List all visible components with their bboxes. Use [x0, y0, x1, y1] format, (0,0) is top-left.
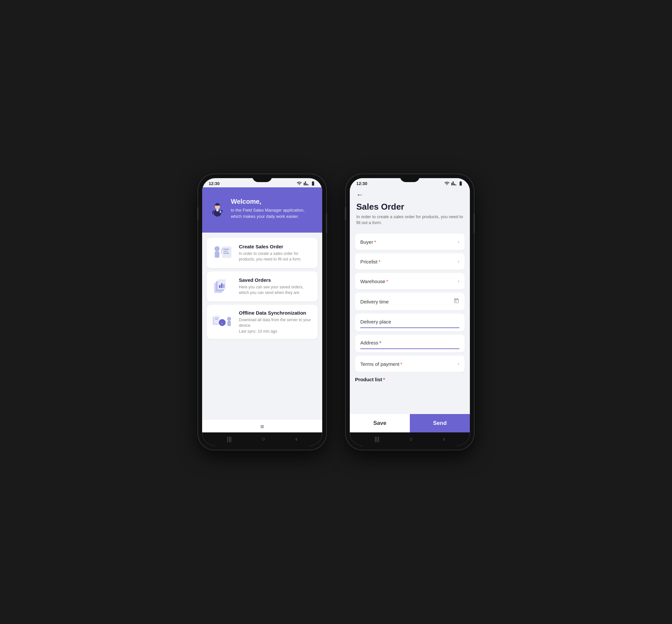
phones-container: 12:30 [198, 174, 474, 450]
signal-icon-2 [451, 181, 457, 186]
back-button[interactable]: ← [356, 191, 463, 199]
notch-2 [400, 174, 420, 182]
field-delivery-place[interactable]: Delivery place [355, 314, 465, 331]
warehouse-chevron: › [458, 278, 459, 284]
home-btn-2[interactable]: ○ [410, 436, 413, 443]
offline-sync-text: Offline Data Synchronization Download al… [239, 310, 313, 334]
svg-rect-9 [215, 251, 219, 258]
phone-sales-order-inner: 12:30 ← Sales Order In order to [350, 178, 470, 446]
buyer-label: Buyer* [360, 239, 376, 245]
field-delivery-time[interactable]: Delivery time [355, 293, 465, 310]
offline-sync-title: Offline Data Synchronization [239, 310, 313, 316]
saved-orders-desc: Here you can see your saved orders, whic… [239, 284, 313, 295]
android-nav-form: ||| ○ ‹ [350, 433, 470, 446]
delivery-place-label: Delivery place [360, 319, 391, 324]
delivery-time-label: Delivery time [360, 299, 389, 305]
menu-list: ✓ • • Create Sales Order In order to cre… [202, 233, 322, 419]
back-btn-nav[interactable]: ‹ [295, 436, 297, 443]
form-body: Buyer* › Pricelist* › Warehouse* › [350, 230, 470, 414]
svg-rect-12 [224, 251, 228, 252]
calendar-icon [454, 298, 459, 305]
offline-sync-illustration: ↓ [211, 312, 234, 332]
wifi-icon [296, 181, 302, 186]
phone-home: 12:30 [198, 174, 326, 450]
field-warehouse[interactable]: Warehouse* › [355, 273, 465, 289]
svg-rect-13 [224, 253, 229, 254]
menu-card-offline-sync[interactable]: ↓ Offline Data Synchronization Download … [207, 305, 318, 339]
notch [252, 174, 272, 182]
field-terms-of-payment[interactable]: Terms of payment* › [355, 356, 465, 372]
svg-point-8 [214, 246, 220, 251]
hamburger-icon[interactable]: ≡ [260, 423, 264, 431]
svg-rect-22 [223, 284, 225, 288]
status-time-2: 12:30 [356, 181, 367, 186]
recent-apps-btn[interactable]: ||| [227, 436, 232, 443]
recent-apps-btn-2[interactable]: ||| [375, 436, 379, 443]
svg-rect-7 [220, 211, 221, 213]
pricelist-chevron: › [458, 259, 459, 264]
create-order-desc: In order to create a sales order for pro… [239, 251, 313, 262]
address-label: Address* [360, 340, 381, 345]
form-subtitle: In order to create a sales order for pro… [356, 214, 463, 226]
pricelist-label: Pricelist* [360, 259, 380, 264]
hero-subtitle: to the Field Sales Manager application, … [231, 207, 316, 219]
send-button[interactable]: Send [410, 414, 470, 433]
offline-sync-desc: Download all data from the server to you… [239, 317, 313, 329]
field-buyer[interactable]: Buyer* › [355, 234, 465, 250]
create-order-illustration: ✓ • • [211, 243, 234, 263]
saved-orders-title: Saved Orders [239, 277, 313, 283]
terms-chevron: › [458, 361, 459, 367]
svg-text:↓: ↓ [221, 320, 223, 325]
svg-rect-11 [224, 249, 229, 250]
svg-rect-3 [216, 203, 219, 205]
back-btn-nav-2[interactable]: ‹ [443, 436, 445, 443]
signal-icon [304, 181, 309, 186]
form-title: Sales Order [356, 202, 463, 212]
menu-card-create-sales-order[interactable]: ✓ • • Create Sales Order In order to cre… [207, 238, 318, 268]
status-icons-2 [444, 181, 463, 186]
phone-home-inner: 12:30 [202, 178, 322, 446]
buyer-chevron: › [458, 239, 459, 245]
svg-rect-26 [215, 319, 218, 319]
status-icons [296, 181, 316, 186]
battery-icon-2 [458, 181, 463, 186]
svg-rect-21 [221, 283, 223, 288]
android-nav-home: ||| ○ ‹ [202, 433, 322, 446]
home-btn[interactable]: ○ [262, 436, 265, 443]
field-address[interactable]: Address* [355, 335, 465, 353]
svg-rect-25 [215, 318, 218, 318]
terms-label: Terms of payment* [360, 361, 402, 367]
form-footer: Save Send [350, 414, 470, 433]
battery-icon [310, 181, 316, 186]
product-list-section: Product list* [355, 375, 465, 384]
svg-rect-20 [219, 285, 221, 288]
hero-text: Welcome, to the Field Sales Manager appl… [231, 198, 316, 219]
field-pricelist[interactable]: Pricelist* › [355, 253, 465, 270]
saved-orders-text: Saved Orders Here you can see your saved… [239, 277, 313, 295]
phone-sales-order: 12:30 ← Sales Order In order to [346, 174, 474, 450]
hero-illustration [209, 194, 226, 224]
bottom-nav-home: ≡ [202, 419, 322, 433]
wifi-icon-2 [444, 181, 449, 186]
svg-point-29 [227, 317, 231, 320]
status-time: 12:30 [209, 181, 219, 186]
hero-banner: Welcome, to the Field Sales Manager appl… [202, 187, 322, 233]
svg-rect-5 [216, 209, 218, 211]
saved-orders-illustration [211, 277, 234, 296]
form-header: ← Sales Order In order to create a sales… [350, 187, 470, 230]
hero-title: Welcome, [231, 198, 316, 205]
save-button[interactable]: Save [350, 414, 410, 433]
create-order-title: Create Sales Order [239, 244, 313, 249]
warehouse-label: Warehouse* [360, 279, 388, 284]
svg-text:•: • [221, 251, 222, 255]
menu-card-saved-orders[interactable]: Saved Orders Here you can see your saved… [207, 271, 318, 302]
sync-last-time: Last sync: 10 min ago [239, 329, 313, 334]
svg-rect-30 [227, 321, 231, 326]
create-order-text: Create Sales Order In order to create a … [239, 244, 313, 262]
